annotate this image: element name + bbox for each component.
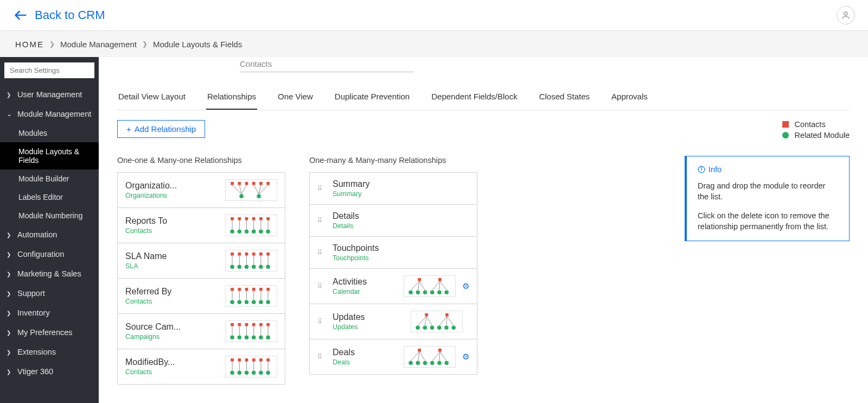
relationship-diagram-icon: [411, 311, 463, 332]
svg-point-86: [259, 336, 263, 340]
sidebar-item[interactable]: ❯My Preferences: [0, 323, 99, 342]
one-many-one-column: One-one & Many-one Relationships Organiz…: [117, 156, 285, 384]
relationship-card[interactable]: Reports To Contacts: [117, 207, 285, 243]
relationship-card[interactable]: ⠿ Details Details: [309, 204, 477, 237]
svg-point-33: [266, 230, 270, 234]
info-icon: [698, 166, 705, 173]
relationship-card[interactable]: ⠿ Activities Calendar ⚙: [309, 268, 477, 304]
svg-rect-89: [238, 358, 241, 362]
tab[interactable]: Dependent Fields/Block: [430, 86, 518, 110]
breadcrumb-item[interactable]: Module Management: [60, 40, 137, 49]
column-title: One-one & Many-one Relationships: [117, 156, 285, 165]
sidebar-subitem[interactable]: Module Numbering: [0, 206, 99, 225]
tab[interactable]: Relationships: [206, 86, 257, 110]
svg-point-1: [844, 12, 847, 15]
sidebar-item[interactable]: ❯Vtiger 360: [0, 362, 99, 381]
relationship-subtitle: Calendar: [333, 288, 397, 295]
back-to-crm-link[interactable]: Back to CRM: [13, 8, 105, 23]
drag-handle-icon[interactable]: ⠿: [317, 186, 326, 191]
relationship-title: Touchpoints: [333, 243, 456, 253]
tab[interactable]: Approvals: [610, 86, 649, 110]
one-many-many-column: One-many & Many-many Relationships ⠿ Sum…: [309, 156, 477, 374]
chevron-right-icon: ❯: [7, 92, 12, 98]
breadcrumb-item[interactable]: Module Layouts & Fields: [153, 40, 242, 49]
sidebar-item[interactable]: ❯Configuration: [0, 244, 99, 264]
gear-icon[interactable]: ⚙: [462, 281, 469, 291]
tab[interactable]: Detail View Layout: [117, 86, 187, 110]
breadcrumb: HOME ❯ Module Management ❯ Module Layout…: [0, 31, 868, 57]
svg-rect-71: [238, 323, 241, 326]
svg-point-46: [230, 265, 234, 269]
svg-rect-5: [252, 182, 256, 185]
svg-point-131: [437, 326, 442, 330]
svg-point-115: [416, 291, 420, 295]
sidebar-item[interactable]: ❯Support: [0, 284, 99, 303]
svg-rect-18: [245, 217, 248, 221]
drag-handle-icon[interactable]: ⠿: [317, 355, 326, 359]
sidebar-subitem[interactable]: Module Layouts & Fields: [0, 142, 99, 169]
sidebar-item[interactable]: ❯Automation: [0, 225, 99, 244]
sidebar-item[interactable]: ⌄Module Management: [0, 104, 99, 124]
chevron-right-icon: ❯: [7, 330, 12, 336]
breadcrumb-home[interactable]: HOME: [15, 40, 44, 49]
relationship-subtitle: Contacts: [125, 298, 171, 305]
sidebar-item[interactable]: ❯User Management: [0, 85, 99, 104]
relationship-subtitle: SLA: [125, 262, 167, 270]
add-relationship-button[interactable]: + Add Relationship: [117, 120, 205, 138]
sidebar-subitem[interactable]: Modules: [0, 124, 99, 142]
svg-rect-55: [252, 288, 256, 291]
svg-line-8: [232, 185, 241, 194]
info-text: Click on the delete icon to remove the r…: [698, 210, 838, 232]
drag-handle-icon[interactable]: ⠿: [317, 250, 326, 255]
relationship-card[interactable]: ModifiedBy... Contacts: [117, 349, 285, 385]
relationship-card[interactable]: ⠿ Deals Deals ⚙: [309, 339, 477, 375]
top-header: Back to CRM: [0, 0, 868, 31]
drag-handle-icon[interactable]: ⠿: [317, 319, 326, 324]
sidebar-item-label: Marketing & Sales: [17, 269, 81, 278]
svg-point-142: [409, 361, 413, 366]
chevron-right-icon: ❯: [142, 40, 148, 48]
relationship-card[interactable]: SLA Name SLA: [117, 243, 285, 279]
svg-rect-106: [418, 278, 421, 281]
svg-rect-34: [231, 253, 234, 256]
tab[interactable]: Closed States: [538, 86, 591, 110]
svg-rect-72: [245, 323, 248, 326]
svg-point-64: [230, 300, 234, 305]
svg-rect-2: [231, 182, 234, 185]
relationship-card[interactable]: Referred By Contacts: [117, 278, 285, 314]
relationship-card[interactable]: ⠿ Summary Summary: [309, 172, 477, 205]
drag-handle-icon[interactable]: ⠿: [317, 284, 326, 288]
sidebar-subitem[interactable]: Module Builder: [0, 169, 99, 188]
svg-rect-70: [231, 323, 234, 326]
chevron-right-icon: ❯: [7, 232, 12, 238]
info-panel: Info Drag and drop the module to reorder…: [685, 156, 850, 241]
relationship-card[interactable]: Source Cam... Campaigns: [117, 313, 285, 349]
tab[interactable]: Duplicate Prevention: [334, 86, 411, 110]
sidebar-item[interactable]: ❯Marketing & Sales: [0, 264, 99, 284]
sidebar-item[interactable]: ❯Inventory: [0, 303, 99, 323]
svg-point-15: [257, 194, 261, 199]
relationship-diagram-icon: [225, 356, 277, 377]
search-settings-input[interactable]: [4, 62, 94, 78]
relationship-card[interactable]: ⠿ Updates Updates: [309, 304, 477, 339]
sidebar-item[interactable]: ❯Extensions: [0, 342, 99, 362]
drag-handle-icon[interactable]: ⠿: [317, 218, 326, 223]
gear-icon[interactable]: ⚙: [462, 352, 469, 362]
sidebar-subitem[interactable]: Labels Editor: [0, 188, 99, 206]
svg-point-105: [266, 371, 270, 375]
module-select[interactable]: Contacts: [240, 59, 413, 72]
svg-point-129: [423, 326, 427, 330]
tab[interactable]: One View: [277, 86, 314, 110]
relationship-title: ModifiedBy...: [125, 357, 175, 367]
svg-point-28: [230, 230, 234, 234]
relationship-card[interactable]: Organizatio... Organizations: [117, 172, 285, 208]
svg-point-29: [238, 230, 242, 234]
svg-rect-7: [266, 182, 270, 185]
chevron-right-icon: ❯: [49, 40, 55, 48]
svg-rect-36: [245, 253, 248, 256]
relationship-title: Source Cam...: [125, 322, 181, 332]
avatar[interactable]: [837, 6, 855, 24]
chevron-right-icon: ❯: [7, 310, 12, 316]
relationship-card[interactable]: ⠿ Touchpoints Touchpoints: [309, 236, 477, 269]
relationship-diagram-icon: [404, 275, 456, 297]
